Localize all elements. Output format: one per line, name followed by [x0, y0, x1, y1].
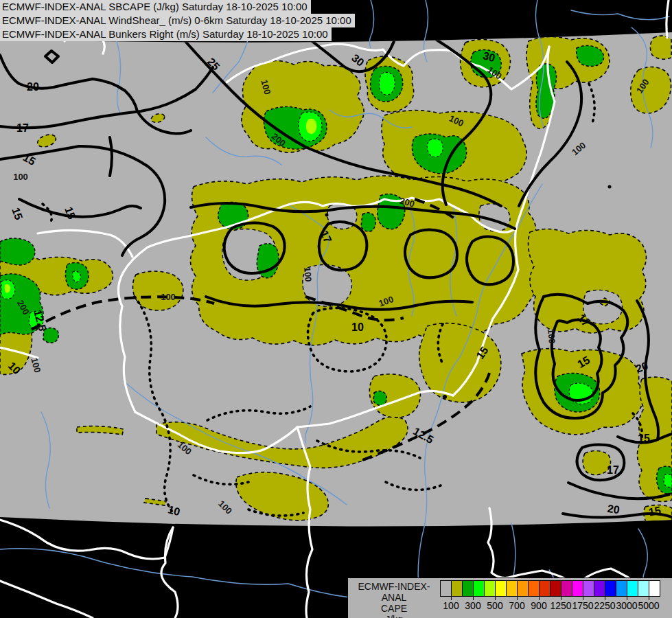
- legend-swatch: [627, 581, 638, 596]
- legend-label: 1750: [572, 600, 593, 611]
- legend-label: 300: [465, 600, 480, 611]
- legend-swatch: [473, 581, 484, 596]
- legend-swatch: [594, 581, 605, 596]
- legend-swatch: [550, 581, 561, 596]
- legend-unit: J/kg: [352, 614, 436, 618]
- legend-swatch: [451, 581, 462, 596]
- legend-colorbar: [440, 580, 660, 597]
- shear-label: 17: [16, 122, 29, 134]
- legend-swatch: [638, 581, 649, 596]
- legend-label: 2250: [594, 600, 615, 611]
- shear-label: 20: [607, 503, 621, 516]
- shear-label: 20: [27, 81, 39, 93]
- legend-swatch: [517, 581, 528, 596]
- cape-label: 100: [302, 266, 314, 282]
- legend-label: 5000: [638, 600, 659, 611]
- title-line-sbcape: ECMWF-INDEX-ANAL SBCAPE (J/kg) Saturday …: [0, 0, 311, 14]
- cape-label: 100: [546, 328, 557, 344]
- shear-label: 17: [607, 464, 619, 476]
- legend-swatch: [495, 581, 506, 596]
- shear-label: 15: [638, 433, 650, 444]
- legend-swatch: [462, 581, 473, 596]
- legend-swatch: [528, 581, 539, 596]
- title-line-bunkers: ECMWF-INDEX-ANAL Bunkers Right (m/s) Sat…: [0, 27, 332, 41]
- legend-label: 3000: [616, 600, 637, 611]
- legend-swatch: [484, 581, 495, 596]
- legend-swatch: [506, 581, 517, 596]
- cape-label: 100: [161, 292, 176, 302]
- legend-text: ECMWF-INDEX-ANAL CAPE J/kg: [352, 581, 436, 618]
- legend-label: 100: [443, 600, 459, 611]
- cape-label: 100: [13, 172, 28, 182]
- legend-swatch: [441, 581, 451, 596]
- legend-label: 1250: [550, 600, 571, 611]
- legend-swatch: [561, 581, 572, 596]
- legend-swatch: [616, 581, 627, 596]
- legend-swatch: [583, 581, 594, 596]
- shear-label: 15: [647, 504, 662, 518]
- legend-label: 700: [509, 600, 524, 611]
- cape-legend: ECMWF-INDEX-ANAL CAPE J/kg: [347, 577, 672, 618]
- legend-label: 900: [531, 600, 546, 611]
- legend-swatch: [572, 581, 583, 596]
- legend-param: CAPE: [352, 603, 436, 614]
- legend-swatch: [605, 581, 616, 596]
- shear-label: 10: [351, 321, 364, 333]
- legend-swatch: [649, 581, 660, 596]
- weather-map-canvas: 20 17 15 25 30 30 15 15 12.5 10 17 10 12…: [0, 0, 672, 618]
- legend-label: 500: [487, 600, 502, 611]
- legend-swatch: [539, 581, 550, 596]
- legend-heading: ECMWF-INDEX-ANAL: [352, 581, 436, 603]
- title-line-windshear: ECMWF-INDEX-ANAL WindShear_ (m/s) 0-6km …: [0, 14, 355, 27]
- weather-map-screen: 20 17 15 25 30 30 15 15 12.5 10 17 10 12…: [0, 0, 672, 618]
